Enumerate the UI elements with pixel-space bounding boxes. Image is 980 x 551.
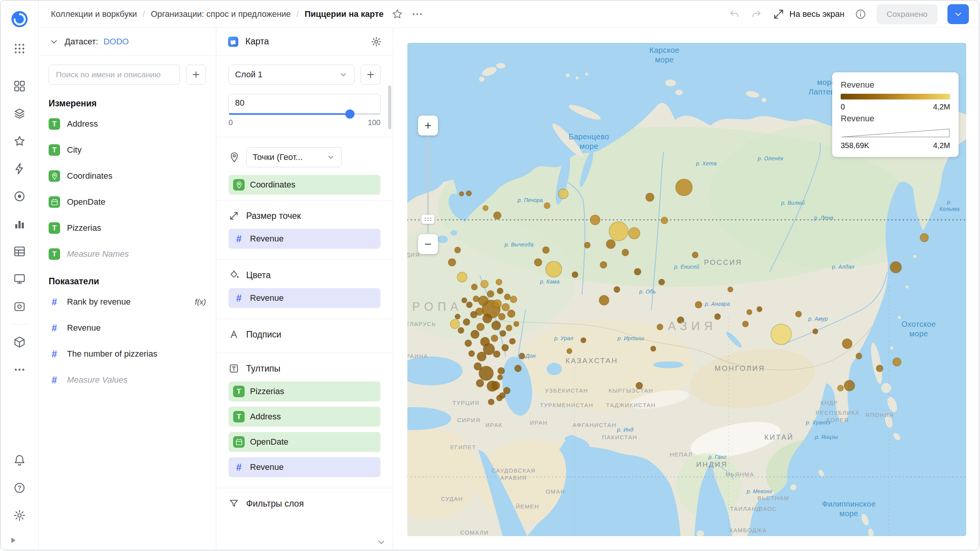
map-point[interactable] bbox=[471, 284, 477, 290]
dataset-field-rank-by-revenue[interactable]: #Rank by revenuef(x) bbox=[49, 289, 206, 315]
map-point[interactable] bbox=[572, 272, 578, 278]
undo-icon[interactable] bbox=[728, 8, 740, 20]
map-point[interactable] bbox=[459, 191, 464, 196]
map-point[interactable] bbox=[457, 272, 467, 282]
sidebar-expand-icon[interactable] bbox=[8, 535, 18, 545]
widgets-icon[interactable] bbox=[8, 72, 31, 100]
more-icon[interactable] bbox=[8, 356, 31, 383]
map-point[interactable] bbox=[658, 279, 665, 285]
field-pill-opendate[interactable]: OpenDate bbox=[229, 432, 381, 452]
dataset-field-the-number-of-pizzerias[interactable]: #The number of pizzerias bbox=[49, 341, 206, 367]
map-point[interactable] bbox=[499, 393, 505, 399]
map-point[interactable] bbox=[677, 316, 684, 323]
map-point[interactable] bbox=[795, 311, 802, 317]
map-point[interactable] bbox=[493, 300, 501, 308]
breadcrumb-item[interactable]: Коллекции и воркбуки bbox=[51, 9, 137, 19]
layer-select[interactable]: Слой 1 bbox=[229, 65, 354, 85]
breadcrumb-item[interactable]: Организации: спрос и предложение bbox=[151, 9, 291, 19]
map-point[interactable] bbox=[509, 338, 515, 344]
map-point[interactable] bbox=[483, 314, 492, 323]
map-canvas[interactable]: Карское мореБаренцево мореморе ЛаптевыхО… bbox=[407, 43, 966, 536]
chevron-down-icon[interactable] bbox=[49, 36, 59, 47]
map-point[interactable] bbox=[622, 249, 629, 256]
map-point[interactable] bbox=[458, 327, 464, 333]
map-point[interactable] bbox=[504, 294, 510, 300]
map-point[interactable] bbox=[890, 262, 902, 273]
charts-icon[interactable] bbox=[8, 210, 31, 238]
tables-icon[interactable] bbox=[8, 238, 31, 265]
collections-icon[interactable] bbox=[8, 100, 31, 127]
map-point[interactable] bbox=[502, 344, 509, 351]
opacity-slider-track[interactable] bbox=[229, 113, 380, 115]
map-point[interactable] bbox=[606, 240, 616, 249]
map-point[interactable] bbox=[469, 350, 475, 357]
map-point[interactable] bbox=[728, 287, 733, 292]
map-point[interactable] bbox=[498, 367, 505, 374]
breadcrumb-item[interactable]: Пиццерии на карте bbox=[305, 9, 384, 19]
chart-settings-gear-icon[interactable] bbox=[371, 36, 382, 47]
map-point[interactable] bbox=[477, 323, 484, 331]
favorite-star-icon[interactable] bbox=[391, 8, 403, 20]
map-point[interactable] bbox=[600, 261, 607, 268]
map-point[interactable] bbox=[634, 268, 641, 275]
opacity-input[interactable]: 80 bbox=[229, 94, 381, 114]
map-point[interactable] bbox=[450, 320, 459, 329]
settings-icon[interactable] bbox=[8, 502, 31, 529]
dataset-field-city[interactable]: TCity bbox=[49, 137, 206, 163]
map-point[interactable] bbox=[844, 380, 855, 391]
panel-scrollbar[interactable] bbox=[388, 85, 391, 129]
map-point[interactable] bbox=[493, 350, 500, 357]
search-input[interactable] bbox=[49, 65, 180, 85]
favorites-star-icon[interactable] bbox=[8, 127, 31, 155]
map-point[interactable] bbox=[609, 222, 628, 241]
map-point[interactable] bbox=[636, 382, 643, 389]
map-point[interactable] bbox=[476, 379, 484, 387]
map-point[interactable] bbox=[614, 287, 620, 293]
map-point[interactable] bbox=[470, 311, 477, 318]
map-point[interactable] bbox=[742, 321, 748, 327]
field-pill-revenue[interactable]: #Revenue bbox=[229, 457, 381, 477]
dataset-field-measure-names[interactable]: TMeasure Names bbox=[49, 241, 206, 267]
map-point[interactable] bbox=[497, 375, 503, 380]
map-point[interactable] bbox=[650, 346, 656, 351]
map-point[interactable] bbox=[466, 191, 472, 196]
map-point[interactable] bbox=[481, 280, 488, 288]
map-point[interactable] bbox=[692, 252, 698, 258]
dataset-field-address[interactable]: TAddress bbox=[49, 111, 206, 137]
zoom-slider-handle[interactable] bbox=[421, 215, 434, 224]
map-point[interactable] bbox=[448, 259, 456, 266]
map-point[interactable] bbox=[657, 324, 663, 330]
map-point[interactable] bbox=[544, 202, 550, 209]
zoom-out-button[interactable]: − bbox=[418, 234, 438, 254]
map-point[interactable] bbox=[661, 217, 668, 224]
field-pill-address[interactable]: TAddress bbox=[229, 407, 381, 427]
map-point[interactable] bbox=[676, 179, 693, 196]
geotype-select[interactable]: Точки (Геот... bbox=[246, 147, 342, 167]
apps-grid-icon[interactable] bbox=[8, 35, 31, 62]
dataset-field-revenue[interactable]: #Revenue bbox=[49, 315, 206, 341]
map-point[interactable] bbox=[477, 352, 486, 361]
map-point[interactable] bbox=[629, 228, 640, 239]
map-point[interactable] bbox=[488, 399, 494, 405]
field-pill-coordinates[interactable]: Coordinates bbox=[229, 175, 381, 195]
map-point[interactable] bbox=[546, 261, 562, 277]
map-point[interactable] bbox=[599, 295, 609, 305]
map-point[interactable] bbox=[856, 353, 862, 359]
map-point[interactable] bbox=[483, 205, 488, 211]
map-point[interactable] bbox=[500, 330, 506, 336]
monitoring-icon[interactable] bbox=[8, 183, 31, 210]
info-icon[interactable] bbox=[854, 8, 867, 20]
zoom-slider-track[interactable] bbox=[427, 137, 429, 233]
map-point[interactable] bbox=[487, 290, 494, 297]
map-point[interactable] bbox=[463, 319, 470, 326]
cube-icon[interactable] bbox=[8, 328, 31, 356]
map-point[interactable] bbox=[462, 298, 467, 303]
map-point[interactable] bbox=[473, 296, 479, 302]
map-point[interactable] bbox=[514, 321, 519, 327]
map-point[interactable] bbox=[506, 325, 512, 331]
map-point[interactable] bbox=[479, 296, 488, 306]
map-point[interactable] bbox=[491, 335, 498, 342]
field-pill-revenue[interactable]: #Revenue bbox=[229, 229, 381, 249]
saved-button[interactable]: Сохранено bbox=[877, 4, 938, 24]
add-layer-button[interactable] bbox=[361, 65, 381, 85]
